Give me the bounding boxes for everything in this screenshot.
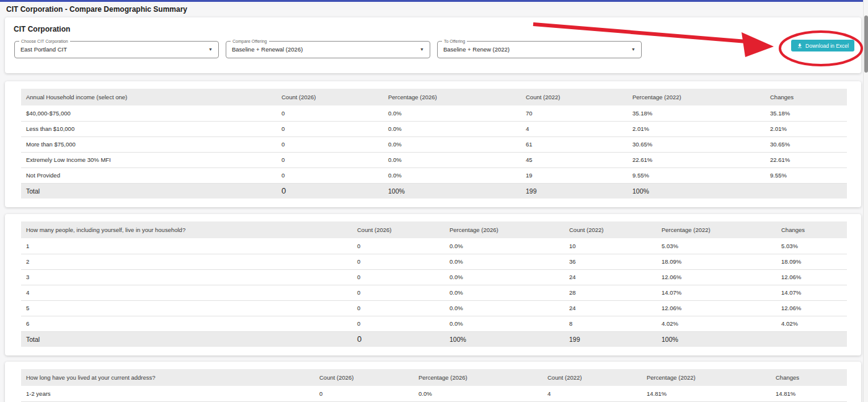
compare-offering-select[interactable]: Compare Offering Baseline + Renewal (202… — [226, 41, 430, 58]
total-row: Total0100%199100% — [21, 183, 847, 199]
page-title: CIT Corporation - Compare Demographic Su… — [6, 5, 187, 14]
cell-changes: 14.81% — [771, 386, 847, 401]
cell-p2026: 0.0% — [445, 316, 564, 331]
question-header: How many people, including yourself, liv… — [21, 221, 352, 238]
column-header: Count (2022) — [521, 89, 627, 105]
cell-p2022: 12.06% — [657, 300, 776, 316]
cell-c2026: 0 — [277, 168, 383, 183]
column-header: Changes — [771, 369, 847, 386]
total-cell-label: Total — [21, 331, 352, 347]
cell-c2022: 8 — [564, 316, 657, 331]
cell-p2026: 0.0% — [445, 238, 564, 254]
table-row: Less than $10,00000.0%42.01%2.01% — [21, 121, 847, 136]
total-cell-c2022: 199 — [521, 183, 627, 199]
column-header: Count (2026) — [277, 89, 383, 105]
cell-c2022: 10 — [564, 238, 657, 254]
corporation-heading: CIT Corporation — [14, 25, 70, 34]
cell-label: $40,000-$75,000 — [21, 105, 277, 121]
table-header-row: How long have you lived at your current … — [21, 369, 847, 386]
column-header: Percentage (2022) — [627, 89, 765, 105]
total-cell-p2026: 100% — [445, 331, 564, 347]
table-header-row: How many people, including yourself, liv… — [21, 221, 847, 238]
total-cell-c2022: 199 — [564, 331, 657, 347]
annual-income-card: Annual Household income (select one)Coun… — [5, 81, 861, 207]
total-row: Total0100%199100% — [21, 331, 847, 347]
choose-corporation-select[interactable]: Choose CIT Corporation East Portland CIT… — [14, 41, 219, 58]
scrollbar[interactable] — [863, 0, 868, 402]
total-cell-label: Total — [21, 183, 277, 199]
table-row: 300.0%2412.06%12.06% — [21, 269, 847, 285]
question-header: Annual Household income (select one) — [21, 89, 277, 105]
table-row: More than $75,00000.0%6130.65%30.65% — [21, 136, 847, 152]
cell-p2026: 0.0% — [383, 105, 521, 121]
cell-c2022: 19 — [521, 168, 627, 183]
cell-p2026: 0.0% — [383, 152, 521, 168]
cell-p2022: 18.09% — [657, 254, 776, 269]
cell-c2022: 24 — [564, 269, 657, 285]
cell-p2022: 9.55% — [627, 168, 765, 183]
chevron-down-icon: ▼ — [420, 47, 424, 51]
column-header: Changes — [776, 221, 847, 238]
select-value: Baseline + Renew (2022) — [438, 42, 641, 58]
chevron-down-icon: ▼ — [208, 47, 213, 51]
column-header: Count (2026) — [352, 221, 445, 238]
cell-label: 6 — [21, 316, 352, 331]
cell-p2022: 22.61% — [627, 152, 765, 168]
table-row: Extremely Low Income 30% MFI00.0%4522.61… — [21, 152, 847, 168]
column-header: Changes — [765, 89, 847, 105]
table-row: Not Provided00.0%199.55%9.55% — [21, 168, 847, 183]
cell-label: More than $75,000 — [21, 136, 277, 152]
cell-c2022: 36 — [564, 254, 657, 269]
cell-changes: 12.06% — [776, 269, 847, 285]
cell-p2026: 0.0% — [383, 168, 521, 183]
scrollbar-thumb[interactable] — [864, 16, 868, 73]
cell-changes: 14.07% — [776, 285, 847, 300]
table-row: 400.0%2814.07%14.07% — [21, 285, 847, 300]
cell-changes: 30.65% — [765, 136, 847, 152]
table-row: 500.0%2412.06%12.06% — [21, 300, 847, 316]
cell-p2022: 5.03% — [657, 238, 776, 254]
cell-p2026: 0.0% — [414, 386, 542, 401]
cell-changes: 4.02% — [776, 316, 847, 331]
table-row: 600.0%84.02%4.02% — [21, 316, 847, 331]
household-size-card: How many people, including yourself, liv… — [5, 214, 861, 355]
download-excel-button[interactable]: Download in Excel — [791, 40, 854, 51]
cell-label: 3 — [21, 269, 352, 285]
cell-p2026: 0.0% — [445, 269, 564, 285]
table-row: 100.0%105.03%5.03% — [21, 238, 847, 254]
total-cell-changes — [765, 183, 847, 199]
cell-c2026: 0 — [352, 300, 445, 316]
cell-changes: 5.03% — [776, 238, 847, 254]
cell-c2026: 0 — [277, 136, 383, 152]
cell-c2026: 0 — [277, 121, 383, 136]
cell-c2026: 0 — [352, 316, 445, 331]
cell-c2026: 0 — [277, 105, 383, 121]
total-cell-p2022: 100% — [627, 183, 765, 199]
to-offering-select[interactable]: To Offering Baseline + Renew (2022) ▼ — [437, 41, 642, 58]
select-label: Choose CIT Corporation — [19, 38, 70, 44]
cell-c2022: 4 — [542, 386, 642, 401]
cell-label: Less than $10,000 — [21, 121, 277, 136]
download-icon — [797, 43, 803, 49]
cell-changes: 22.61% — [765, 152, 847, 168]
table-header-row: Annual Household income (select one)Coun… — [21, 89, 847, 105]
cell-label: 1-2 years — [21, 386, 314, 401]
column-header: Percentage (2026) — [414, 369, 542, 386]
cell-c2022: 70 — [521, 105, 627, 121]
total-cell-changes — [776, 331, 847, 347]
cell-label: 5 — [21, 300, 352, 316]
cell-p2022: 14.07% — [657, 285, 776, 300]
cell-p2026: 0.0% — [445, 285, 564, 300]
total-cell-p2026: 100% — [383, 183, 521, 199]
address-duration-card: How long have you lived at your current … — [5, 362, 861, 402]
select-label: Compare Offering — [231, 38, 269, 44]
chevron-down-icon: ▼ — [631, 47, 636, 51]
cell-p2022: 35.18% — [627, 105, 765, 121]
table-row: $40,000-$75,00000.0%7035.18%35.18% — [21, 105, 847, 121]
column-header: Percentage (2026) — [383, 89, 521, 105]
table-row: 200.0%3618.09%18.09% — [21, 254, 847, 269]
cell-p2022: 4.02% — [657, 316, 776, 331]
column-header: Count (2022) — [564, 221, 657, 238]
cell-c2022: 61 — [521, 136, 627, 152]
cell-p2022: 30.65% — [627, 136, 765, 152]
